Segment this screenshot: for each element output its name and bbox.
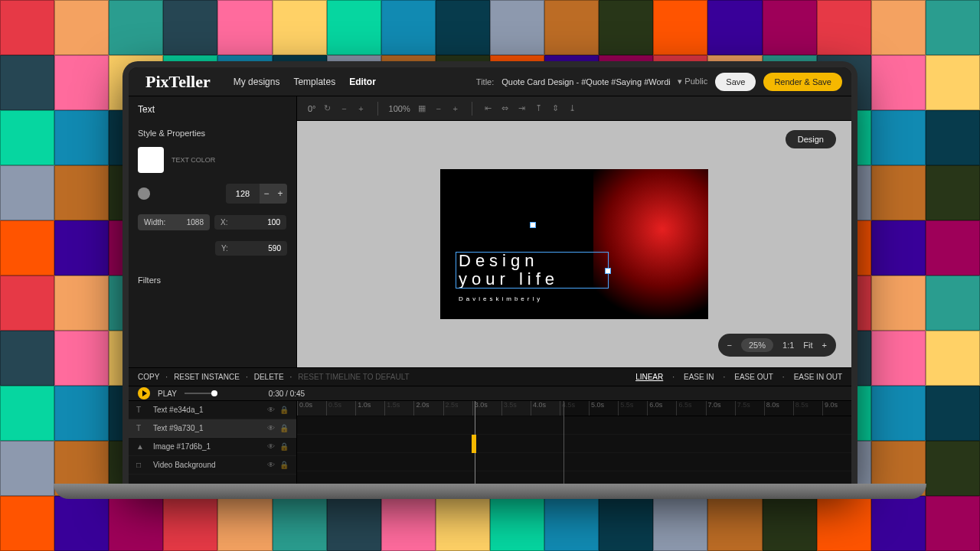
align-center-v-icon[interactable]: ⇕ xyxy=(550,103,561,114)
top-bar: PixTeller My designs Templates Editor Ti… xyxy=(129,67,851,96)
ease-in[interactable]: EASE IN xyxy=(684,373,714,381)
zoom-in-icon[interactable]: + xyxy=(822,341,827,350)
font-size-input: − + xyxy=(226,184,287,204)
zoom-value[interactable]: 100% xyxy=(389,104,410,113)
timeline-layer[interactable]: TText #9a730_1👁🔒 xyxy=(129,419,296,438)
zoom-1to1[interactable]: 1:1 xyxy=(782,341,794,350)
app-window: PixTeller My designs Templates Editor Ti… xyxy=(129,67,851,490)
sidebar-section: Style & Properties xyxy=(138,129,287,138)
ease-in-out[interactable]: EASE IN OUT xyxy=(794,373,842,381)
sidebar-heading: Text xyxy=(138,104,287,115)
text-color-label: TEXT COLOR xyxy=(172,156,215,164)
rotate-value[interactable]: 0° xyxy=(308,104,316,113)
timeline-layer[interactable]: □Video Background👁🔒 xyxy=(129,456,296,474)
nav-mydesigns[interactable]: My designs xyxy=(234,77,280,87)
tl-copy[interactable]: COPY xyxy=(138,373,159,381)
ease-out[interactable]: EASE OUT xyxy=(734,373,773,381)
align-left-icon[interactable]: ⇤ xyxy=(483,103,494,114)
align-group: ⇤ ⇔ ⇥ ⤒ ⇕ ⤓ xyxy=(483,103,578,114)
logo: PixTeller xyxy=(138,72,218,92)
ease-linear[interactable]: LINEAR xyxy=(635,373,663,381)
opacity-indicator[interactable] xyxy=(138,187,150,200)
artboard-author[interactable]: Davieskimberly xyxy=(459,295,543,302)
keyframe[interactable] xyxy=(472,435,476,453)
visibility-toggle[interactable]: ▾ Public xyxy=(678,77,707,86)
zoom-control: − 25% 1:1 Fit + xyxy=(718,334,836,357)
canvas-toolbar: 0° ↻ − + 100% ▦ − + ⇤ ⇔ ⇥ ⤒ xyxy=(297,96,851,121)
x-field[interactable]: X:100 xyxy=(214,215,286,230)
canvas-viewport[interactable]: Design Design your life Davieskimberly − xyxy=(297,121,851,367)
zoom-fit[interactable]: Fit xyxy=(803,341,812,350)
rotate-minus[interactable]: − xyxy=(339,103,350,114)
width-field[interactable]: Width:1088 xyxy=(138,214,210,230)
timeline-layer[interactable]: TText #e34da_1👁🔒 xyxy=(129,401,296,419)
artboard[interactable]: Design your life Davieskimberly xyxy=(440,169,708,319)
artboard-headline[interactable]: Design your life xyxy=(459,252,559,289)
timeline-layer[interactable]: ▲Image #17d6b_1👁🔒 xyxy=(129,438,296,456)
rotate-icon[interactable]: ↻ xyxy=(322,103,333,114)
design-mode-pill[interactable]: Design xyxy=(786,130,836,148)
timeline-panel: COPY· RESET INSTANCE· DELETE· RESET TIME… xyxy=(129,367,851,490)
title-input[interactable] xyxy=(501,77,670,86)
play-label: PLAY xyxy=(158,390,177,398)
decrease-button[interactable]: − xyxy=(260,184,273,204)
render-button[interactable]: Render & Save xyxy=(763,73,842,91)
grid-icon[interactable]: ▦ xyxy=(416,103,427,114)
timeline-tracks: 0.0s0.5s1.0s1.5s2.0s2.5s3.0s3.5s4.0s4.5s… xyxy=(297,401,851,490)
align-right-icon[interactable]: ⇥ xyxy=(517,103,528,114)
artboard-image xyxy=(593,169,708,319)
nav-editor[interactable]: Editor xyxy=(349,77,376,87)
title-label: Title: xyxy=(476,77,494,86)
sidebar: Text Style & Properties TEXT COLOR − + W… xyxy=(129,96,297,367)
tl-reset-instance[interactable]: RESET INSTANCE xyxy=(174,373,240,381)
filters-heading: Filters xyxy=(138,276,287,285)
tl-delete[interactable]: DELETE xyxy=(254,373,284,381)
tl-reset-all: RESET TIMELINE TO DEFAULT xyxy=(298,373,409,381)
increase-button[interactable]: + xyxy=(273,184,287,204)
align-center-h-icon[interactable]: ⇔ xyxy=(500,103,511,114)
zoom-pct[interactable]: 25% xyxy=(741,338,773,352)
laptop-frame: PixTeller My designs Templates Editor Ti… xyxy=(122,61,858,490)
save-button[interactable]: Save xyxy=(715,73,756,91)
time-display: 0:30 / 0:45 xyxy=(269,390,305,398)
text-color-swatch[interactable] xyxy=(138,147,164,173)
main-nav: My designs Templates Editor xyxy=(234,77,376,87)
y-field[interactable]: Y:590 xyxy=(215,241,287,256)
zoom-plus[interactable]: + xyxy=(450,103,461,114)
zoom-out-icon[interactable]: − xyxy=(727,341,732,350)
zoom-minus[interactable]: − xyxy=(433,103,444,114)
rotate-plus[interactable]: + xyxy=(356,103,367,114)
speed-slider[interactable] xyxy=(185,393,215,394)
nav-templates[interactable]: Templates xyxy=(293,77,335,87)
align-bottom-icon[interactable]: ⤓ xyxy=(567,103,578,114)
align-top-icon[interactable]: ⤒ xyxy=(534,103,544,114)
timeline-layers: TText #e34da_1👁🔒TText #9a730_1👁🔒▲Image #… xyxy=(129,401,297,490)
laptop-base xyxy=(54,484,926,499)
play-button[interactable] xyxy=(138,387,150,399)
